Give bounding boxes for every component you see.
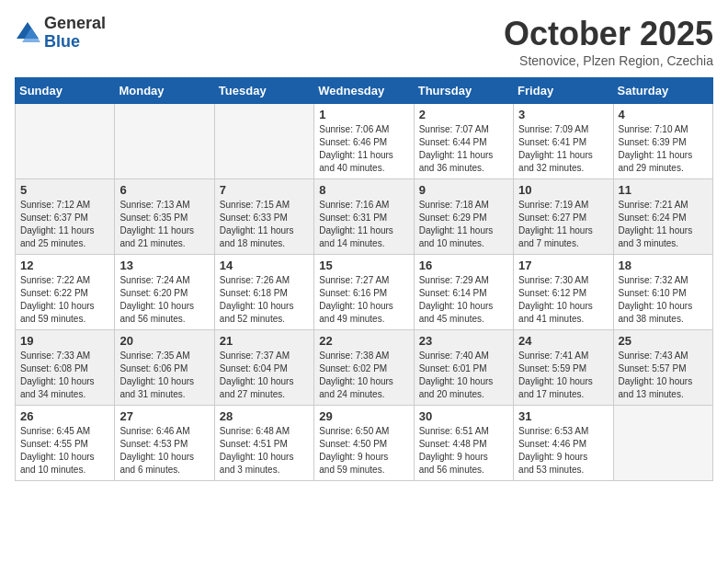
- day-info: Sunrise: 7:43 AM Sunset: 5:57 PM Dayligh…: [619, 350, 708, 401]
- calendar-cell: [214, 104, 313, 179]
- calendar-week-row: 19Sunrise: 7:33 AM Sunset: 6:08 PM Dayli…: [16, 330, 713, 406]
- calendar-cell: 22Sunrise: 7:38 AM Sunset: 6:02 PM Dayli…: [314, 330, 414, 406]
- month-title: October 2025: [504, 15, 713, 53]
- day-info: Sunrise: 6:50 AM Sunset: 4:50 PM Dayligh…: [319, 425, 408, 477]
- weekday-header-monday: Monday: [115, 78, 214, 104]
- day-number: 7: [220, 183, 309, 197]
- calendar-cell: 14Sunrise: 7:26 AM Sunset: 6:18 PM Dayli…: [214, 255, 313, 330]
- day-number: 15: [319, 259, 408, 272]
- calendar-week-row: 5Sunrise: 7:12 AM Sunset: 6:37 PM Daylig…: [16, 179, 713, 255]
- day-number: 20: [119, 334, 209, 348]
- calendar-cell: 25Sunrise: 7:43 AM Sunset: 5:57 PM Dayli…: [613, 330, 712, 406]
- day-number: 23: [419, 334, 508, 348]
- day-number: 5: [20, 183, 109, 197]
- day-number: 8: [319, 183, 408, 197]
- day-info: Sunrise: 7:29 AM Sunset: 6:14 PM Dayligh…: [419, 274, 508, 326]
- calendar-cell: 16Sunrise: 7:29 AM Sunset: 6:14 PM Dayli…: [414, 255, 513, 330]
- logo: General Blue: [15, 15, 106, 52]
- day-number: 17: [518, 259, 608, 272]
- day-number: 27: [119, 409, 209, 423]
- day-number: 26: [20, 409, 109, 423]
- logo-icon: [15, 20, 40, 46]
- day-info: Sunrise: 7:15 AM Sunset: 6:33 PM Dayligh…: [220, 199, 309, 250]
- day-info: Sunrise: 6:46 AM Sunset: 4:53 PM Dayligh…: [119, 425, 209, 477]
- day-info: Sunrise: 7:38 AM Sunset: 6:02 PM Dayligh…: [319, 350, 408, 401]
- day-number: 22: [319, 334, 408, 348]
- day-number: 1: [319, 108, 408, 121]
- day-info: Sunrise: 6:45 AM Sunset: 4:55 PM Dayligh…: [20, 425, 109, 477]
- day-number: 13: [119, 259, 209, 272]
- day-info: Sunrise: 7:27 AM Sunset: 6:16 PM Dayligh…: [319, 274, 408, 326]
- day-number: 12: [20, 259, 109, 272]
- calendar-cell: 29Sunrise: 6:50 AM Sunset: 4:50 PM Dayli…: [314, 406, 414, 481]
- calendar-cell: 11Sunrise: 7:21 AM Sunset: 6:24 PM Dayli…: [613, 179, 712, 255]
- day-number: 21: [220, 334, 309, 348]
- calendar-cell: 20Sunrise: 7:35 AM Sunset: 6:06 PM Dayli…: [115, 330, 214, 406]
- calendar-cell: 7Sunrise: 7:15 AM Sunset: 6:33 PM Daylig…: [214, 179, 313, 255]
- day-number: 29: [319, 409, 408, 423]
- day-info: Sunrise: 7:06 AM Sunset: 6:46 PM Dayligh…: [319, 123, 408, 175]
- day-info: Sunrise: 7:35 AM Sunset: 6:06 PM Dayligh…: [119, 350, 209, 401]
- page-header: General Blue October 2025 Stenovice, Plz…: [15, 15, 713, 68]
- day-number: 28: [220, 409, 309, 423]
- calendar-cell: [115, 104, 214, 179]
- day-info: Sunrise: 7:30 AM Sunset: 6:12 PM Dayligh…: [518, 274, 608, 326]
- calendar-cell: 13Sunrise: 7:24 AM Sunset: 6:20 PM Dayli…: [115, 255, 214, 330]
- day-info: Sunrise: 7:09 AM Sunset: 6:41 PM Dayligh…: [518, 123, 608, 175]
- day-info: Sunrise: 7:26 AM Sunset: 6:18 PM Dayligh…: [220, 274, 309, 326]
- day-info: Sunrise: 7:12 AM Sunset: 6:37 PM Dayligh…: [20, 199, 109, 250]
- calendar-cell: 10Sunrise: 7:19 AM Sunset: 6:27 PM Dayli…: [514, 179, 613, 255]
- day-number: 2: [419, 108, 508, 121]
- day-number: 25: [619, 334, 708, 348]
- day-number: 31: [518, 409, 608, 423]
- weekday-header-saturday: Saturday: [613, 78, 712, 104]
- weekday-header-row: SundayMondayTuesdayWednesdayThursdayFrid…: [16, 78, 713, 104]
- calendar-cell: 17Sunrise: 7:30 AM Sunset: 6:12 PM Dayli…: [514, 255, 613, 330]
- calendar-cell: 5Sunrise: 7:12 AM Sunset: 6:37 PM Daylig…: [16, 179, 115, 255]
- title-block: October 2025 Stenovice, Plzen Region, Cz…: [504, 15, 713, 68]
- day-number: 19: [20, 334, 109, 348]
- day-info: Sunrise: 7:24 AM Sunset: 6:20 PM Dayligh…: [119, 274, 209, 326]
- calendar-cell: 27Sunrise: 6:46 AM Sunset: 4:53 PM Dayli…: [115, 406, 214, 481]
- day-info: Sunrise: 7:40 AM Sunset: 6:01 PM Dayligh…: [419, 350, 508, 401]
- day-number: 10: [518, 183, 608, 197]
- calendar-cell: 8Sunrise: 7:16 AM Sunset: 6:31 PM Daylig…: [314, 179, 414, 255]
- calendar-cell: 23Sunrise: 7:40 AM Sunset: 6:01 PM Dayli…: [414, 330, 513, 406]
- calendar-cell: 30Sunrise: 6:51 AM Sunset: 4:48 PM Dayli…: [414, 406, 513, 481]
- day-info: Sunrise: 7:33 AM Sunset: 6:08 PM Dayligh…: [20, 350, 109, 401]
- weekday-header-tuesday: Tuesday: [214, 78, 313, 104]
- day-info: Sunrise: 7:41 AM Sunset: 5:59 PM Dayligh…: [518, 350, 608, 401]
- calendar-cell: [613, 406, 712, 481]
- calendar-cell: 12Sunrise: 7:22 AM Sunset: 6:22 PM Dayli…: [16, 255, 115, 330]
- calendar-cell: 15Sunrise: 7:27 AM Sunset: 6:16 PM Dayli…: [314, 255, 414, 330]
- day-number: 6: [119, 183, 209, 197]
- calendar-table: SundayMondayTuesdayWednesdayThursdayFrid…: [15, 77, 713, 481]
- day-number: 18: [619, 259, 708, 272]
- day-info: Sunrise: 7:32 AM Sunset: 6:10 PM Dayligh…: [619, 274, 708, 326]
- calendar-cell: 31Sunrise: 6:53 AM Sunset: 4:46 PM Dayli…: [514, 406, 613, 481]
- day-number: 14: [220, 259, 309, 272]
- location-text: Stenovice, Plzen Region, Czechia: [504, 53, 713, 68]
- day-info: Sunrise: 7:10 AM Sunset: 6:39 PM Dayligh…: [619, 123, 708, 175]
- day-number: 3: [518, 108, 608, 121]
- day-number: 9: [419, 183, 508, 197]
- weekday-header-wednesday: Wednesday: [314, 78, 414, 104]
- day-info: Sunrise: 7:19 AM Sunset: 6:27 PM Dayligh…: [518, 199, 608, 250]
- day-number: 11: [619, 183, 708, 197]
- day-info: Sunrise: 7:16 AM Sunset: 6:31 PM Dayligh…: [319, 199, 408, 250]
- calendar-cell: 1Sunrise: 7:06 AM Sunset: 6:46 PM Daylig…: [314, 104, 414, 179]
- calendar-cell: 24Sunrise: 7:41 AM Sunset: 5:59 PM Dayli…: [514, 330, 613, 406]
- logo-blue-text: Blue: [44, 33, 106, 52]
- calendar-cell: [16, 104, 115, 179]
- day-info: Sunrise: 7:21 AM Sunset: 6:24 PM Dayligh…: [619, 199, 708, 250]
- day-info: Sunrise: 6:53 AM Sunset: 4:46 PM Dayligh…: [518, 425, 608, 477]
- day-info: Sunrise: 6:48 AM Sunset: 4:51 PM Dayligh…: [220, 425, 309, 477]
- day-info: Sunrise: 6:51 AM Sunset: 4:48 PM Dayligh…: [419, 425, 508, 477]
- weekday-header-thursday: Thursday: [414, 78, 513, 104]
- day-number: 16: [419, 259, 508, 272]
- calendar-cell: 9Sunrise: 7:18 AM Sunset: 6:29 PM Daylig…: [414, 179, 513, 255]
- day-info: Sunrise: 7:37 AM Sunset: 6:04 PM Dayligh…: [220, 350, 309, 401]
- day-info: Sunrise: 7:22 AM Sunset: 6:22 PM Dayligh…: [20, 274, 109, 326]
- calendar-cell: 18Sunrise: 7:32 AM Sunset: 6:10 PM Dayli…: [613, 255, 712, 330]
- calendar-cell: 21Sunrise: 7:37 AM Sunset: 6:04 PM Dayli…: [214, 330, 313, 406]
